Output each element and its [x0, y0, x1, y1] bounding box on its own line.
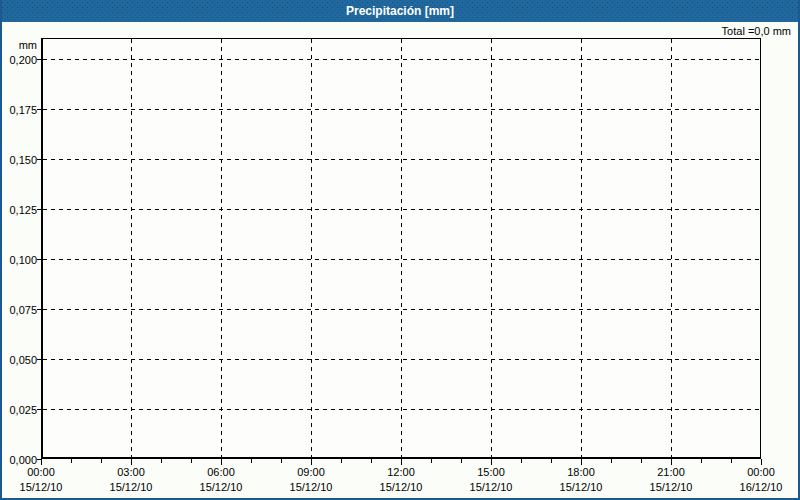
x-tick-time-label: 03:00 — [95, 466, 167, 478]
x-axis-major-tick — [671, 459, 672, 465]
x-axis-minor-tick — [281, 459, 282, 463]
x-tick-date-label: 15/12/10 — [365, 481, 437, 493]
x-axis-minor-tick — [731, 459, 732, 463]
x-axis-minor-tick — [461, 459, 462, 463]
x-tick-time-label: 15:00 — [455, 466, 527, 478]
x-grid-line — [491, 39, 492, 457]
x-axis-minor-tick — [521, 459, 522, 463]
x-tick-time-label: 18:00 — [545, 466, 617, 478]
y-tick-label: 0,200 — [1, 54, 37, 66]
x-axis-minor-tick — [551, 459, 552, 463]
x-axis-major-tick — [131, 459, 132, 465]
x-tick-date-label: 15/12/10 — [95, 481, 167, 493]
y-axis-tick — [37, 309, 41, 310]
x-tick-time-label: 09:00 — [275, 466, 347, 478]
y-axis-tick — [37, 59, 41, 60]
x-axis-major-tick — [401, 459, 402, 465]
x-axis-minor-tick — [191, 459, 192, 463]
x-tick-date-label: 15/12/10 — [635, 481, 707, 493]
y-axis-tick — [37, 259, 41, 260]
x-tick-time-label: 00:00 — [5, 466, 77, 478]
y-tick-label: 0,075 — [1, 304, 37, 316]
x-axis-major-tick — [221, 459, 222, 465]
chart-window: Precipitación [mm] Total =0,0 mm mm 0,20… — [0, 0, 800, 500]
x-axis-major-tick — [581, 459, 582, 465]
x-tick-date-label: 15/12/10 — [185, 481, 257, 493]
x-axis-minor-tick — [431, 459, 432, 463]
x-tick-time-label: 06:00 — [185, 466, 257, 478]
y-axis-unit-label: mm — [1, 39, 37, 51]
x-tick-time-label: 21:00 — [635, 466, 707, 478]
x-grid-line — [401, 39, 402, 457]
x-axis-minor-tick — [101, 459, 102, 463]
chart-plot-region: mm 0,2000,1750,1500,1250,1000,0750,0500,… — [2, 0, 798, 498]
y-axis-tick — [37, 359, 41, 360]
x-grid-line — [221, 39, 222, 457]
x-tick-date-label: 15/12/10 — [275, 481, 347, 493]
x-axis-minor-tick — [71, 459, 72, 463]
x-grid-line — [581, 39, 582, 457]
y-axis-tick — [37, 209, 41, 210]
x-tick-date-label: 15/12/10 — [545, 481, 617, 493]
y-axis-tick — [37, 409, 41, 410]
x-axis-major-tick — [491, 459, 492, 465]
y-axis-tick — [37, 159, 41, 160]
y-tick-label: 0,125 — [1, 204, 37, 216]
x-tick-time-label: 12:00 — [365, 466, 437, 478]
x-axis-minor-tick — [701, 459, 702, 463]
x-tick-date-label: 15/12/10 — [455, 481, 527, 493]
x-tick-time-label: 00:00 — [725, 466, 797, 478]
x-axis-minor-tick — [371, 459, 372, 463]
y-tick-label: 0,025 — [1, 404, 37, 416]
x-tick-date-label: 15/12/10 — [5, 481, 77, 493]
x-axis-minor-tick — [251, 459, 252, 463]
x-axis-minor-tick — [611, 459, 612, 463]
x-axis-major-tick — [41, 459, 42, 465]
y-tick-label: 0,100 — [1, 254, 37, 266]
y-tick-label: 0,050 — [1, 354, 37, 366]
x-axis-minor-tick — [641, 459, 642, 463]
y-axis-tick — [37, 109, 41, 110]
x-axis-major-tick — [311, 459, 312, 465]
x-tick-date-label: 16/12/10 — [725, 481, 797, 493]
x-grid-line — [311, 39, 312, 457]
x-axis-minor-tick — [161, 459, 162, 463]
x-axis-major-tick — [761, 459, 762, 465]
x-axis-minor-tick — [341, 459, 342, 463]
x-grid-line — [671, 39, 672, 457]
y-tick-label: 0,000 — [1, 454, 37, 466]
x-grid-line — [131, 39, 132, 457]
y-tick-label: 0,150 — [1, 154, 37, 166]
y-tick-label: 0,175 — [1, 104, 37, 116]
